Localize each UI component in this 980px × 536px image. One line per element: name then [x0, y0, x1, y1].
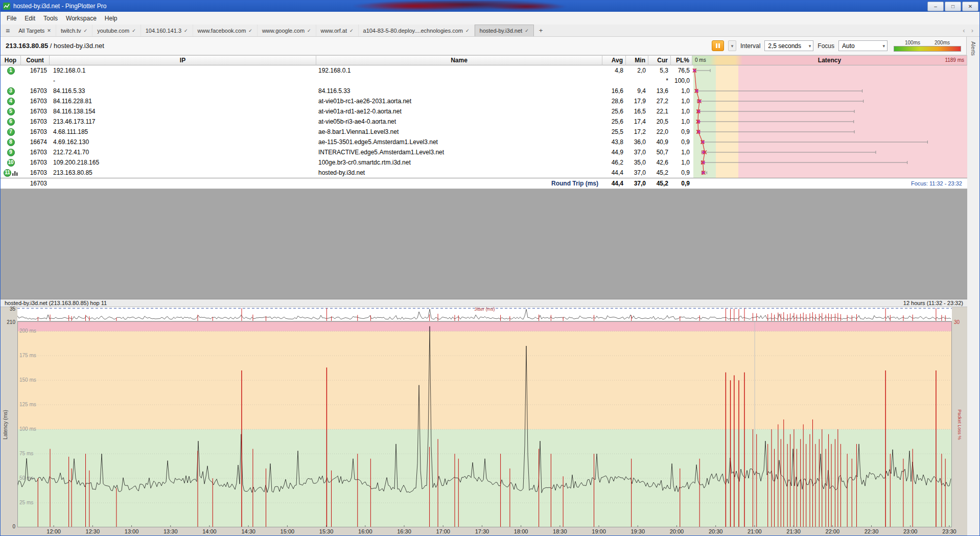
packet-loss-axis: 30 Packet Loss %	[952, 321, 967, 527]
time-tick-label: 14:30	[241, 528, 255, 534]
target-breadcrumb: 213.163.80.85 / hosted-by.i3d.net	[6, 42, 104, 50]
trace-row[interactable]: 1116703213.163.80.85hosted-by.i3d.net44,…	[1, 168, 967, 178]
hop-name: 84.116.5.33	[316, 86, 602, 96]
alerts-side-panel[interactable]: Alerts	[966, 37, 979, 535]
minimize-button[interactable]: –	[927, 2, 944, 11]
check-icon[interactable]: ✓	[132, 28, 136, 33]
tab-label: a104-83-5-80.deploy....echnologies.com	[363, 28, 463, 34]
close-button[interactable]: ✕	[962, 2, 978, 11]
col-pl[interactable]: PL%	[671, 55, 692, 65]
close-icon[interactable]: ✕	[47, 28, 51, 33]
check-icon[interactable]: ✓	[184, 28, 188, 33]
focus-select[interactable]: Auto▾	[838, 40, 888, 51]
tabs-scroll-left-icon[interactable]: ‹	[963, 27, 965, 34]
check-icon[interactable]: ✓	[465, 28, 470, 33]
target-tab[interactable]: hosted-by.i3d.net✓	[475, 25, 534, 36]
svg-text:200 ms: 200 ms	[19, 328, 36, 334]
check-icon[interactable]: ✓	[349, 28, 354, 33]
pause-button[interactable]	[712, 40, 724, 51]
tab-bar: ≡ All Targets✕twitch.tv✓youtube.com✓104.…	[1, 25, 979, 37]
target-tab[interactable]: a104-83-5-80.deploy....echnologies.com✓	[359, 25, 475, 36]
target-tab[interactable]: www.orf.at✓	[316, 25, 359, 36]
hop-ip: 84.116.5.33	[50, 86, 316, 96]
col-hop[interactable]: Hop	[1, 55, 21, 65]
hop-count: 16703	[21, 86, 50, 96]
cur-ms: 27,2	[648, 96, 671, 106]
packet-loss-pct: 1,0	[671, 116, 692, 127]
tab-scroll-nav: ‹ ›	[956, 25, 979, 36]
tabs-scroll-right-icon[interactable]: ›	[971, 27, 973, 34]
jitter-graph[interactable]: Jitter (ms)	[17, 307, 952, 321]
time-tick-label: 23:00	[903, 528, 918, 534]
target-tab[interactable]: www.facebook.com✓	[193, 25, 258, 36]
menu-workspace[interactable]: Workspace	[62, 13, 101, 24]
check-icon[interactable]: ✓	[307, 28, 311, 33]
trace-row[interactable]: 916703212.72.41.70INTERACTIVE.edge5.Amst…	[1, 147, 967, 157]
hamburger-menu-icon[interactable]: ≡	[2, 25, 14, 36]
time-tick-label: 19:00	[592, 528, 606, 534]
interval-select[interactable]: 2,5 seconds▾	[764, 40, 813, 51]
target-tab[interactable]: twitch.tv✓	[56, 25, 92, 36]
tab-label: 104.160.141.3	[146, 28, 181, 34]
trace-row[interactable]: 8166744.69.162.130ae-115-3501.edge5.Amst…	[1, 137, 967, 147]
avg-ms	[602, 76, 626, 86]
col-cur[interactable]: Cur	[648, 55, 671, 65]
check-icon[interactable]: ✓	[84, 28, 88, 33]
latency-band-cell	[692, 127, 967, 137]
menu-file[interactable]: File	[3, 13, 20, 24]
screen-artifact	[353, 1, 593, 12]
trace-row[interactable]: 41670384.116.228.81at-vie01b-rc1-ae26-20…	[1, 96, 967, 106]
trace-row[interactable]: 1016703109.200.218.165100ge.br3-cr0.smar…	[1, 157, 967, 168]
col-min[interactable]: Min	[626, 55, 648, 65]
avg-ms: 25,6	[602, 116, 626, 127]
col-latency[interactable]: 0 ms Latency 1189 ms	[692, 55, 967, 65]
target-tab[interactable]: www.google.com✓	[258, 25, 316, 36]
hop-cell: 4	[1, 96, 21, 106]
menu-help[interactable]: Help	[101, 13, 122, 24]
tab-label: youtube.com	[97, 28, 129, 34]
col-avg[interactable]: Avg	[602, 55, 626, 65]
check-icon[interactable]: ✓	[525, 28, 529, 33]
target-tab[interactable]: 104.160.141.3✓	[141, 25, 193, 36]
latency-timeline-graph[interactable]: 25 ms50 ms75 ms100 ms125 ms150 ms175 ms2…	[17, 321, 952, 527]
trace-row[interactable]: 616703213.46.173.117at-vie05b-ri3-ae4-0.…	[1, 116, 967, 127]
col-ip[interactable]: IP	[50, 55, 316, 65]
trace-row[interactable]: 7167034.68.111.185ae-8.bar1.Vienna1.Leve…	[1, 127, 967, 137]
pause-icon	[716, 43, 717, 48]
col-count[interactable]: Count	[21, 55, 50, 65]
check-icon[interactable]: ✓	[248, 28, 252, 33]
new-tab-button[interactable]: +	[534, 25, 548, 36]
footer-ip-cell	[50, 178, 316, 189]
packet-loss-pct: 1,0	[671, 86, 692, 96]
min-ms: 16,5	[626, 106, 648, 116]
trace-table-header: Hop Count IP Name Avg Min Cur PL% 0 ms L…	[1, 55, 967, 65]
hop-name: 192.168.0.1	[316, 65, 602, 76]
menu-edit[interactable]: Edit	[20, 13, 39, 24]
pingplotter-window: hosted-by.i3d.net - PingPlotter Pro – □ …	[0, 0, 980, 536]
avg-ms: 46,2	[602, 157, 626, 168]
menu-tools[interactable]: Tools	[39, 13, 62, 24]
packet-loss-pct: 0,9	[671, 127, 692, 137]
maximize-button[interactable]: □	[945, 2, 961, 11]
hop-cell: 3	[1, 86, 21, 96]
latency-axis-title: Latency (ms)	[3, 410, 8, 439]
pause-dropdown-icon[interactable]: ▾	[728, 40, 736, 51]
hop-ip: 109.200.218.165	[50, 157, 316, 168]
footer-hop-cell	[1, 178, 21, 189]
hop-ip: -	[50, 76, 316, 86]
hop-cell: 11	[1, 168, 21, 178]
target-ip: 213.163.80.85	[6, 42, 48, 50]
target-tab[interactable]: youtube.com✓	[92, 25, 141, 36]
hop-cell: 8	[1, 137, 21, 147]
trace-row[interactable]: -*100,0	[1, 76, 967, 86]
trace-row[interactable]: 31670384.116.5.3384.116.5.3316,69,413,61…	[1, 86, 967, 96]
trace-row[interactable]: 116715192.168.0.1192.168.0.14,82,05,376,…	[1, 65, 967, 76]
col-name[interactable]: Name	[316, 55, 602, 65]
tab-list: All Targets✕twitch.tv✓youtube.com✓104.16…	[14, 25, 534, 36]
avg-ms: 28,6	[602, 96, 626, 106]
time-tick-label: 13:30	[164, 528, 178, 534]
hop-number-badge: 5	[7, 108, 15, 115]
target-tab[interactable]: All Targets✕	[14, 25, 56, 36]
trace-row[interactable]: 51670384.116.138.154at-vie01a-rd1-ae12-0…	[1, 106, 967, 116]
time-tick-label: 12:00	[46, 528, 61, 534]
